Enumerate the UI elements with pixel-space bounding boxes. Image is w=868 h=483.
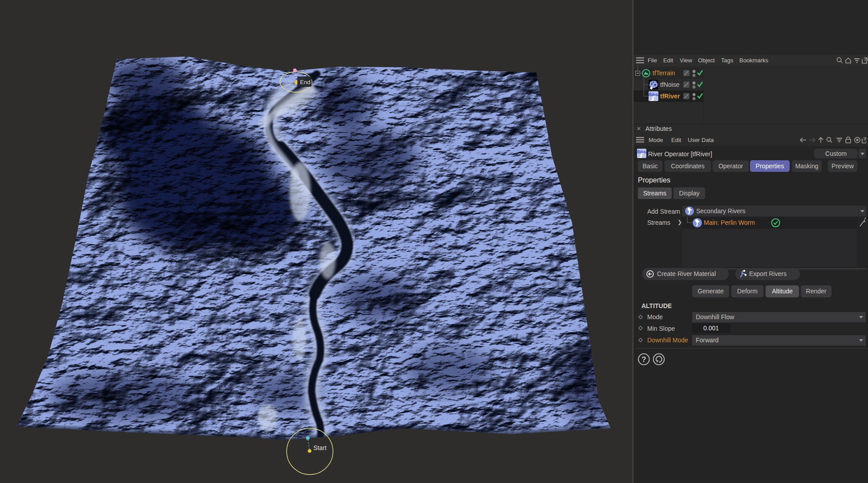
svg-text:End: End [300,79,310,85]
svg-text:?: ? [641,355,646,364]
svg-text:Start: Start [313,444,327,451]
